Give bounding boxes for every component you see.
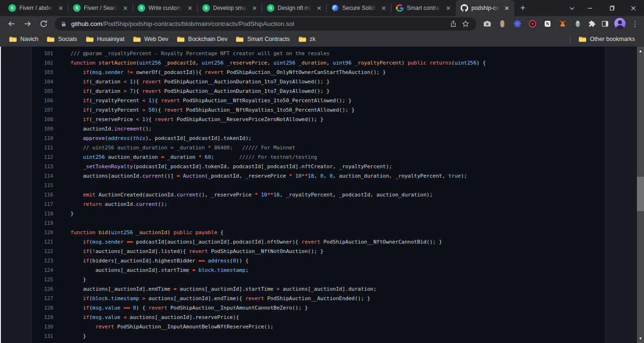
bookmark-folder-web-dev[interactable]: Web Dev [129, 34, 173, 44]
extensions-puzzle-icon[interactable] [586, 18, 598, 30]
secure-solidity-favicon [331, 4, 339, 12]
code-line: 115 [32, 181, 605, 190]
bookmark-folder-bockchain-dev[interactable]: Bockchain Dev [173, 34, 231, 44]
tab-close-icon[interactable]: ✕ [186, 4, 194, 12]
browser-tab-6[interactable]: Secure Solidi✕ [327, 0, 391, 16]
screen-record-extension-icon[interactable] [526, 18, 538, 30]
bookmark-folder-smart-contracts[interactable]: Smart Contracts [231, 34, 294, 44]
line-number[interactable]: 115 [32, 181, 53, 190]
line-number[interactable]: 112 [32, 153, 53, 162]
line-number[interactable]: 110 [32, 134, 53, 143]
code-line: 122 if(!auctions[_auctionId].listed){ re… [32, 247, 605, 256]
metamask-extension-icon[interactable] [556, 18, 569, 30]
folder-icon [578, 36, 586, 42]
line-number[interactable]: 118 [32, 209, 53, 219]
minimize-button[interactable] [579, 0, 601, 16]
camera-extension-icon[interactable] [481, 18, 493, 30]
fiverr-favicon: fi [8, 4, 16, 12]
other-bookmarks-label: Other bookmarks [590, 36, 635, 42]
bookmark-star-icon[interactable] [459, 18, 471, 30]
line-number[interactable]: 108 [32, 115, 53, 124]
blue-asterisk-extension-icon[interactable] [511, 18, 523, 30]
tab-close-icon[interactable]: ✕ [503, 4, 511, 12]
recorder-dot-extension-icon[interactable] [496, 18, 508, 30]
tab-close-icon[interactable]: ✕ [122, 4, 129, 12]
scroll-up-arrow-icon[interactable]: ▲ [637, 48, 644, 55]
line-number[interactable]: 124 [32, 266, 53, 275]
code-text: if(msg.value < auctions[_auctionId].rese… [53, 313, 239, 322]
line-number[interactable]: 131 [32, 332, 53, 341]
browser-tab-5[interactable]: fiDesign nft mi✕ [262, 0, 327, 16]
other-bookmarks-folder[interactable]: Other bookmarks [574, 34, 639, 44]
line-number[interactable]: 116 [32, 190, 53, 200]
code-line: 129 if(msg.value < auctions[_auctionId].… [32, 313, 605, 322]
line-number[interactable]: 129 [32, 313, 53, 322]
line-number[interactable]: 130 [32, 322, 53, 332]
line-number[interactable]: 119 [32, 219, 53, 228]
line-number[interactable]: 127 [32, 294, 53, 303]
scroll-down-arrow-icon[interactable]: ▼ [637, 335, 644, 342]
browser-tab-8[interactable]: podship-cont✕ [456, 0, 514, 16]
line-number[interactable]: 102 [32, 58, 53, 68]
line-number[interactable]: 128 [32, 303, 53, 313]
gray-blob-extension-icon[interactable] [571, 18, 584, 30]
line-number[interactable]: 117 [32, 200, 53, 209]
scrollbar-thumb[interactable] [637, 177, 644, 211]
code-text: } [53, 275, 86, 285]
fiverr-favicon: fi [138, 4, 145, 12]
close-window-button[interactable] [622, 0, 644, 16]
browser-tab-2[interactable]: fiFiverr / Searc✕ [68, 0, 133, 16]
line-number[interactable]: 104 [32, 77, 53, 87]
code-line: 114 auctions[auctionId.current()] = Auct… [32, 172, 605, 181]
line-number[interactable]: 105 [32, 87, 53, 96]
browser-tab-7[interactable]: Smart contra✕ [391, 0, 456, 16]
code-text: if(msg.sender == podcastId[auctions[_auc… [53, 237, 442, 247]
address-bar[interactable]: github.com/PodShip/podship-contracts/blo… [55, 17, 476, 31]
line-number[interactable]: 109 [32, 124, 53, 134]
tab-close-icon[interactable]: ✕ [315, 4, 323, 12]
line-number[interactable]: 113 [32, 162, 53, 172]
line-number[interactable]: 122 [32, 247, 53, 256]
bookmark-folder-zk[interactable]: zk [294, 34, 320, 44]
profile-avatar[interactable] [614, 17, 627, 31]
bookmark-folder-husainiyat[interactable]: Husainiyat [82, 34, 129, 44]
reload-button[interactable] [36, 16, 51, 32]
line-number[interactable]: 111 [32, 143, 53, 153]
side-panel-icon[interactable] [599, 18, 611, 30]
code-line: 106 if(_royaltyPercent < 1){ revert PodS… [32, 96, 605, 106]
code-line: 121 if(msg.sender == podcastId[auctions[… [32, 237, 605, 247]
line-number[interactable]: 107 [32, 106, 53, 115]
bookmark-folder-socials[interactable]: Socials [42, 34, 81, 44]
line-number[interactable]: 114 [32, 172, 53, 181]
code-text: auctionId.increment(); [53, 124, 152, 134]
new-tab-button[interactable]: + [516, 1, 529, 15]
browser-tab-3[interactable]: fiWrite custom✕ [133, 0, 198, 16]
code-text: if(_reservePrice < 1){ revert PodShipAuc… [53, 115, 323, 124]
line-number[interactable]: 121 [32, 237, 53, 247]
tab-search-chevron-icon[interactable] [565, 0, 579, 16]
line-number[interactable]: 125 [32, 275, 53, 285]
share-icon[interactable] [447, 18, 459, 30]
line-number[interactable]: 123 [32, 256, 53, 266]
line-number[interactable]: 106 [32, 96, 53, 106]
page-scrollbar[interactable]: ▲ ▼ [637, 47, 644, 343]
tab-close-icon[interactable]: ✕ [57, 4, 65, 12]
line-number[interactable]: 120 [32, 228, 53, 237]
line-number[interactable]: 103 [32, 68, 53, 77]
notion-extension-icon[interactable]: N [541, 18, 553, 30]
code-text: _setTokenRoyalty(podcastId[_podcastId].t… [53, 162, 392, 172]
browser-tab-4[interactable]: fiDevelop smar✕ [198, 0, 262, 16]
maximize-button[interactable] [601, 0, 622, 16]
tab-close-icon[interactable]: ✕ [251, 4, 258, 12]
browser-tab-1[interactable]: fiFiverr / abdee✕ [4, 0, 68, 16]
back-button[interactable] [4, 16, 19, 32]
bookmark-folder-navich[interactable]: Navich [5, 34, 42, 44]
tab-close-icon[interactable]: ✕ [380, 4, 388, 12]
code-text: if(msg.sender != ownerOf(_podcastId)){ r… [53, 68, 386, 77]
line-number[interactable]: 101 [32, 49, 53, 58]
tab-close-icon[interactable]: ✕ [445, 4, 452, 12]
browser-menu-kebab-icon[interactable]: ⋮ [630, 17, 640, 31]
line-number[interactable]: 126 [32, 285, 53, 294]
forward-button[interactable] [20, 16, 35, 32]
code-text: if(!auctions[_auctionId].listed){ revert… [53, 247, 323, 256]
